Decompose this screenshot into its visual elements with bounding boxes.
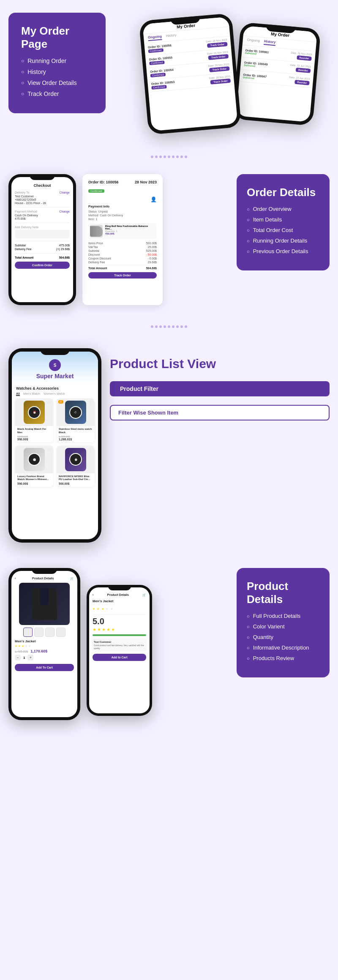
pd-price-row: 1,495.00$ 1,170.60$ [11, 649, 77, 655]
pd-add-to-cart-btn[interactable]: Add To Cart [15, 664, 74, 671]
product-card-2[interactable]: ⏱ 11 ♡ Stainless Steel mens watch Black … [57, 399, 95, 442]
order-details-section: Checkout Delivery To Change Test Custome… [0, 166, 338, 318]
product-card-1[interactable]: ⏰ ♡ Black Analog Watch For Men 1000.00$ … [15, 399, 53, 442]
od-status-row: Status: Unpaid [88, 210, 157, 213]
od-discount: - 50.00$ [146, 253, 157, 256]
od-total: 504.68$ [146, 267, 157, 270]
payment-label: Payment Method Change [15, 210, 70, 213]
shoe-icon [90, 226, 103, 237]
reorder-btn-2[interactable]: Reorder [296, 68, 311, 73]
subtotal-row: Subtotal 475.00$ [15, 244, 70, 247]
feature-running-order-details: Running Order Details [247, 237, 319, 244]
tab-mens[interactable]: Men's Watch [23, 392, 40, 396]
pds-rating-big: 5.0 [89, 617, 150, 627]
tab-womens[interactable]: Women's Watch [44, 392, 65, 396]
feature-products-review: Products Review [247, 655, 319, 661]
pd-quantity-row: − 1 + [11, 655, 77, 662]
feature-informative-desc: Informative Description [247, 644, 319, 651]
jacket-image [32, 588, 57, 620]
new-price-3: 590.00$ [17, 482, 51, 485]
product-filter-btn[interactable]: Product Filter [110, 381, 330, 396]
watch-image-1: ⏰ [24, 401, 45, 424]
status-2: Confirmed [149, 60, 164, 65]
feature-order-overview: Order Overview [247, 206, 319, 212]
detail-phone-large: ‹ Product Details 🛒 Men's Jacket ★ ★ [8, 568, 80, 720]
ongoing-screen: My Order Ongoing History Order ID: 10005… [142, 17, 237, 131]
divider-3 [15, 241, 70, 241]
pd-product-name: Men's Jacket [11, 639, 77, 644]
order-details-title: Order Details [247, 186, 319, 199]
ongoing-phone: My Order Ongoing History Order ID: 10005… [139, 13, 242, 135]
detail-screen-large: ‹ Product Details 🛒 Men's Jacket ★ ★ [11, 571, 77, 717]
track-btn-4[interactable]: Track Order [210, 79, 231, 85]
thumb-4[interactable] [56, 628, 65, 637]
od-status: Confirmed [88, 189, 104, 193]
od-items-price: 500.00$ [146, 242, 157, 245]
order-phones-container: My Order Ongoing History Order ID: 10005… [110, 13, 330, 139]
heart-icon-3[interactable]: ♡ [48, 448, 52, 452]
thumb-1[interactable] [23, 628, 33, 637]
hist-date-1: Date: 26 Nov 2023 [291, 52, 312, 56]
new-price-1: 990.00$ [17, 438, 51, 441]
divider [93, 614, 146, 615]
reorder-btn-1[interactable]: Reorder [297, 55, 312, 61]
qty-minus-btn[interactable]: − [15, 655, 21, 661]
my-order-info-card: My Order Page Running Order History View… [8, 13, 106, 113]
reorder-btn-3[interactable]: Reorder [294, 80, 310, 85]
tab-history-h[interactable]: History [264, 39, 276, 46]
hist-date-2: Date: 22 Jun 2023 [290, 64, 311, 68]
pds-add-to-cart-btn[interactable]: Add to Cart [93, 654, 146, 661]
pd-cart-icon[interactable]: 🛒 [70, 577, 74, 580]
pds-back-icon[interactable]: ‹ [93, 593, 93, 597]
product-card-3[interactable]: 🕐 ♡ Luxury Fashion Brand Watch Women's R… [15, 446, 53, 487]
od-track-btn[interactable]: Track Order [88, 272, 157, 278]
filter-wise-btn[interactable]: Filter Wise Shown Item [110, 405, 330, 420]
delivery-note-input[interactable] [15, 230, 70, 238]
product-screen: S Super Market Watches & Accessories All… [12, 352, 98, 539]
tab-history[interactable]: History [166, 33, 177, 39]
track-btn-2[interactable]: Track Order [208, 54, 229, 60]
od-delivery: 29.68$ [148, 261, 157, 264]
dots-2 [151, 325, 187, 328]
track-btn-1[interactable]: Track Order [207, 42, 227, 48]
od-coupon: - 0.00$ [147, 257, 157, 260]
thumb-2[interactable] [34, 628, 44, 637]
delivery-label: Delivery To Change [15, 191, 70, 194]
od-subtotal: 525.00$ [146, 249, 157, 252]
total-val: 504.68$ [59, 256, 70, 259]
heart-icon-2[interactable]: ♡ [89, 400, 93, 405]
status-1: Confirmed [148, 48, 164, 53]
od-item-count: Item: 1 [88, 218, 157, 221]
pds-cart-icon[interactable]: 🛒 [142, 593, 146, 597]
rating-bar [93, 634, 146, 636]
heart-icon-4[interactable]: ♡ [89, 448, 93, 452]
product-img-2: ⏱ 11 ♡ [57, 399, 95, 426]
feature-history: History [21, 68, 93, 75]
review-text: Good product and fast delivery. Very sat… [94, 644, 145, 650]
order-id-2: Order ID: 100055 [149, 56, 172, 61]
user-icon: 👤 [150, 197, 157, 202]
qty-plus-btn[interactable]: + [27, 655, 33, 661]
track-btn-3[interactable]: Track Order [209, 66, 229, 72]
tab-all[interactable]: All [16, 392, 20, 396]
pd-back-icon[interactable]: ‹ [15, 577, 16, 580]
pds-title: Product Details [107, 593, 128, 597]
divider-4 [15, 253, 70, 254]
product-img-1: ⏰ ♡ [15, 399, 53, 426]
od-item-name: Ring Bell New Fashionable Balance Hee... [105, 225, 155, 230]
tab-ongoing[interactable]: Ongoing [148, 35, 162, 41]
product-card-4[interactable]: ⌚ ♡ NAVIFORCE NF5001 Blue PU Leather Sub… [57, 446, 95, 487]
pd-thumbnails [11, 628, 77, 639]
watch-image-4: ⌚ [65, 448, 86, 471]
my-order-section: My Order Page Running Order History View… [0, 0, 338, 148]
product-name-3: Luxury Fashion Brand Watch Women's Rhine… [17, 475, 51, 482]
my-order-title: My Order Page [21, 25, 93, 51]
confirm-order-btn[interactable]: Confirm Order [15, 262, 70, 269]
product-details-info-card: Product Details Full Product Details Col… [237, 568, 330, 677]
product-name-1: Black Analog Watch For Men [17, 428, 51, 434]
thumb-3[interactable] [45, 628, 55, 637]
od-vat: 25.00$ [148, 246, 157, 248]
heart-icon-1[interactable]: ♡ [48, 400, 52, 405]
tab-ongoing-h[interactable]: Ongoing [247, 38, 260, 45]
od-payment-title: Payment Info [88, 205, 157, 208]
